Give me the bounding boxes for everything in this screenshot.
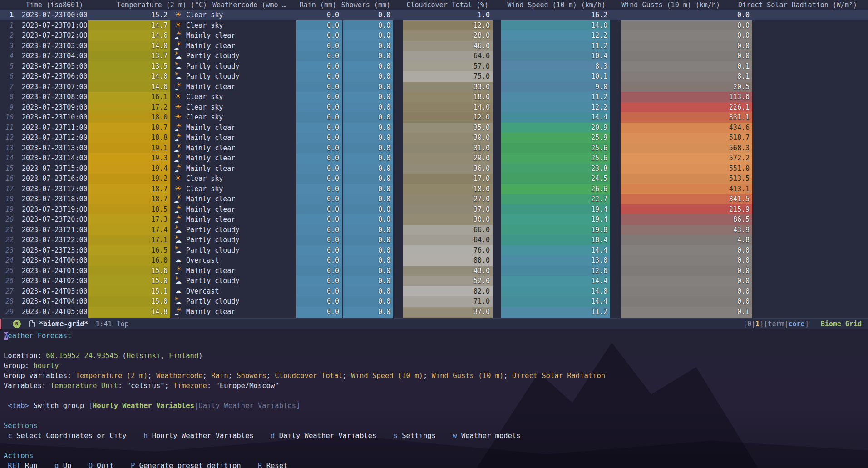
grid-row[interactable]: 222023-07-23T22:0017.1☀☁Partly cloudy0.0… [0,235,868,245]
column-gap [616,51,621,61]
grid-row[interactable]: 32023-07-23T03:0014.0☀☁Mainly clear0.00.… [0,41,868,51]
weathercode-cell: ☀☁Partly cloudy [170,296,296,307]
line-number: 5 [0,61,18,72]
grid-row[interactable]: 152023-07-23T15:0019.4☀☁Mainly clear0.00… [0,164,868,174]
weathercode-cell: ☀Clear sky [170,102,296,113]
text-segment: ; [228,372,237,380]
grid-row[interactable]: 142023-07-23T14:0019.3☀☁Mainly clear0.00… [0,153,868,164]
column-gap [393,82,403,92]
action-generate-preset[interactable]: Generate preset defition [135,462,241,468]
text-segment: Temperature (2 m) [76,372,148,380]
grid-row[interactable]: 132023-07-23T13:0019.1☀☁Mainly clear0.00… [0,143,868,154]
group-variables-line: Group variables: Temperature (2 m); Weat… [4,371,868,381]
grid-row[interactable]: 172023-07-23T17:0018.7☀Clear sky0.00.018… [0,184,868,194]
line-number: 1 [0,20,18,31]
weathercode-label: Mainly clear [186,266,235,276]
grid-row[interactable]: 292023-07-24T05:0014.8☀☁Mainly clear0.00… [0,307,868,317]
grid-row[interactable]: 282023-07-24T04:0015.0☀☁Partly cloudy0.0… [0,296,868,307]
temp-cell: 17.1 [88,235,170,245]
cloud-cell: 31.0 [403,143,493,154]
grid-row[interactable]: 232023-07-23T23:0016.5☀☁Partly cloudy0.0… [0,245,868,256]
grid-row[interactable]: 62023-07-23T06:0014.0☀☁Partly cloudy0.00… [0,71,868,82]
grid-row[interactable]: 82023-07-23T08:0016.1☀Clear sky0.00.018.… [0,92,868,102]
sun-behind-small-cloud-icon: ☀☁ [174,215,183,224]
grid-row[interactable]: 12023-07-23T00:0015.2☀Clear sky0.00.01.0… [0,10,868,20]
section-daily-weather-variables[interactable]: Daily Weather Variables [275,432,376,440]
grid-row[interactable]: 92023-07-23T09:0017.2☀Clear sky0.00.014.… [0,102,868,113]
action-key-preset[interactable]: P [131,462,135,468]
showers-cell: 0.0 [343,30,393,41]
grid-row[interactable]: 242023-07-24T00:0016.0☁Overcast0.00.080.… [0,255,868,266]
action-reset[interactable]: Reset [262,462,287,468]
text-segment: | [194,402,198,410]
grid-row[interactable]: 112023-07-23T11:0018.7☀☁Mainly clear0.00… [0,123,868,133]
grid-row[interactable]: 202023-07-23T20:0017.3☀☁Mainly clear0.00… [0,214,868,225]
major-mode[interactable]: Biome Grid [821,320,862,328]
grid-row[interactable]: 162023-07-23T16:0019.2☀Clear sky0.00.017… [0,174,868,184]
time-cell: 2023-07-23T15:00 [18,164,88,174]
section-key-models[interactable]: w [453,432,457,440]
column-gap [393,296,403,307]
column-gap [610,235,616,245]
grid-row[interactable]: 22023-07-23T02:0014.6☀☁Mainly clear0.00.… [0,30,868,41]
grid-row[interactable]: 52023-07-23T05:0013.5☀☁Partly cloudy0.00… [0,61,868,72]
column-gap [616,61,621,72]
action-key-run[interactable]: RET [8,462,20,468]
column-gap [493,255,501,266]
grid-row[interactable]: 122023-07-23T12:0018.8☀☁Mainly clear0.00… [0,133,868,143]
section-key-hourly[interactable]: h [143,432,148,440]
action-run[interactable]: Run [20,462,37,468]
tab-daily-weather-variables[interactable]: Daily Weather Variables [198,402,296,410]
section-key-coordinates[interactable]: c [8,432,12,440]
grid-row[interactable]: 42023-07-23T04:0013.7☀☁Partly cloudy0.00… [0,51,868,61]
temp-cell: 14.0 [88,71,170,82]
grid-row[interactable]: 272023-07-24T03:0015.1☁Overcast0.00.082.… [0,286,868,297]
column-gap [393,214,403,225]
grid-row[interactable]: 192023-07-23T19:0018.5☀☁Mainly clear0.00… [0,204,868,215]
text-segment: | [784,320,789,328]
section-settings[interactable]: Settings [398,432,436,440]
grid-row[interactable]: 12023-07-23T01:0014.7☀Clear sky0.00.012.… [0,20,868,31]
section-weather-models[interactable]: Weather models [457,432,521,440]
weathercode-label: Mainly clear [186,143,235,154]
grid-row[interactable]: 182023-07-23T18:0018.7☀☁Mainly clear0.00… [0,194,868,204]
biome-info-buffer[interactable]: Weather ForecastLocation: 60.16952 24.93… [0,329,868,468]
section-key-settings[interactable]: s [394,432,398,440]
modeline[interactable]: N *biome-grid* 1:41 Top [0|1][term|core]… [0,318,868,329]
grid-row[interactable]: 252023-07-24T01:0015.6☀☁Mainly clear0.00… [0,266,868,276]
sun-icon: ☀ [174,21,183,30]
grid-row[interactable]: 262023-07-24T02:0015.0☀☁Partly cloudy0.0… [0,276,868,286]
grid-row[interactable]: 212023-07-23T21:0017.4☀☁Partly cloudy0.0… [0,225,868,235]
text-segment: ] [296,402,300,410]
wind-cell: 13.0 [501,255,610,266]
action-quit[interactable]: Quit [93,462,114,468]
grid-row[interactable]: 72023-07-23T07:0014.6☀☁Mainly clear0.00.… [0,82,868,92]
line-number: 29 [0,307,18,317]
action-up[interactable]: Up [59,462,71,468]
cloud-cell: 37.0 [403,204,493,215]
section-key-daily[interactable]: d [271,432,275,440]
blank [4,341,868,351]
action-key-reset[interactable]: R [258,462,262,468]
action-key-quit[interactable]: Q [89,462,93,468]
biome-grid-buffer[interactable]: Time (iso8601)Temperature (2 m) (°C)Weat… [0,0,868,318]
temp-cell: 19.1 [88,143,170,154]
text-segment: 0 [747,320,751,328]
column-gap [752,194,759,204]
tab-hourly-weather-variables[interactable]: Hourly Weather Variables [93,402,194,410]
rain-cell: 0.0 [296,307,342,317]
section-hourly-weather-variables[interactable]: Hourly Weather Variables [148,432,253,440]
column-gap [393,10,403,20]
sun-behind-small-cloud-icon: ☀☁ [174,194,183,204]
grid-row[interactable]: 102023-07-23T10:0018.0☀Clear sky0.00.012… [0,112,868,123]
weathercode-cell: ☀☁Partly cloudy [170,245,296,256]
column-gap [610,51,616,61]
column-gap [616,133,621,143]
tab-key[interactable]: <tab> [8,402,29,410]
action-key-up[interactable]: q [54,462,59,468]
wind-cell: 8.3 [501,61,610,72]
buffer-name[interactable]: *biome-grid* [39,320,88,328]
column-gap [610,276,616,286]
section-select-coordinates[interactable]: Select Coordinates or City [12,432,127,440]
column-gap [393,245,403,256]
